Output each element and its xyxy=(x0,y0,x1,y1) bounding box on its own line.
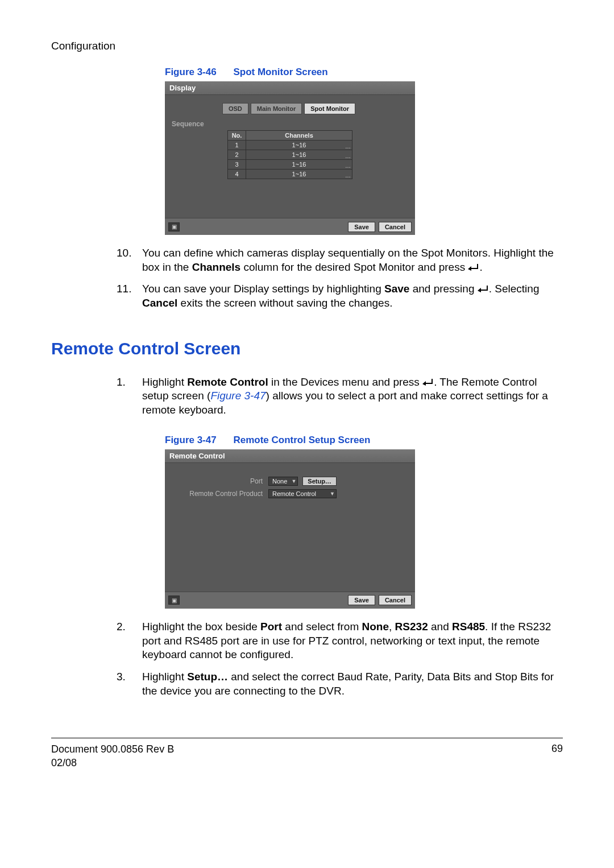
page-header: Configuration xyxy=(51,40,563,52)
page-number: 69 xyxy=(551,743,563,770)
screenshot-body: Port None ▼ Setup… Remote Control Produc… xyxy=(165,463,415,504)
bold-text: Remote Control xyxy=(187,376,268,388)
sequence-table: No. Channels 1 1~16… 2 1~16… 3 1~16… 4 1… xyxy=(227,130,352,179)
tab-main-monitor[interactable]: Main Monitor xyxy=(251,103,302,114)
text-run: Highlight xyxy=(142,671,187,683)
page-footer: Document 900.0856 Rev B 02/08 69 xyxy=(51,743,563,770)
table-head-no: No. xyxy=(228,131,246,140)
step-text: You can define which cameras display seq… xyxy=(142,246,563,274)
bold-text: Channels xyxy=(192,261,241,273)
setup-button[interactable]: Setup… xyxy=(302,477,337,486)
text-run: column for the desired Spot Monitor and … xyxy=(240,261,468,273)
tab-spot-monitor[interactable]: Spot Monitor xyxy=(304,103,355,114)
cell-channels[interactable]: 1~16… xyxy=(246,170,352,179)
chevron-down-icon: ▼ xyxy=(291,478,296,484)
more-icon[interactable]: … xyxy=(345,163,351,169)
figure-caption-46: Figure 3-46 Spot Monitor Screen xyxy=(165,67,563,78)
cancel-button[interactable]: Cancel xyxy=(379,595,412,605)
bold-text: Save xyxy=(384,283,409,295)
table-row: 1 1~16… xyxy=(228,140,352,150)
figure-label: Figure 3-46 xyxy=(165,67,217,77)
list-item: 3. Highlight Setup… and select the corre… xyxy=(51,670,563,698)
step-number: 10. xyxy=(51,246,142,274)
screenshot-footer: ▣ Save Cancel xyxy=(165,218,415,235)
cell-channels[interactable]: 1~16… xyxy=(246,140,352,150)
step-text: Highlight Remote Control in the Devices … xyxy=(142,375,563,418)
enter-icon xyxy=(478,283,489,295)
step-text: Highlight Setup… and select the correct … xyxy=(142,670,563,698)
remote-control-screenshot: Remote Control Port None ▼ Setup… Remote… xyxy=(165,449,415,609)
text-run: and xyxy=(428,621,452,633)
step-number: 2. xyxy=(51,620,142,662)
document-date: 02/08 xyxy=(51,757,174,770)
list-item: 1. Highlight Remote Control in the Devic… xyxy=(51,375,563,418)
cell-channels[interactable]: 1~16… xyxy=(246,160,352,170)
figure-caption-47: Figure 3-47 Remote Control Setup Screen xyxy=(165,435,563,446)
save-button[interactable]: Save xyxy=(348,222,375,232)
display-tabs: OSD Main Monitor Spot Monitor xyxy=(172,103,408,114)
cancel-button[interactable]: Cancel xyxy=(379,222,412,232)
text-run: Highlight the box beside xyxy=(142,621,260,633)
port-row: Port None ▼ Setup… xyxy=(172,477,408,486)
port-select[interactable]: None ▼ xyxy=(268,477,298,486)
bold-text: None xyxy=(362,621,389,633)
context-menu-icon[interactable]: ▣ xyxy=(168,222,180,232)
figure-label: Figure 3-47 xyxy=(165,435,217,445)
more-icon[interactable]: … xyxy=(345,153,351,159)
enter-icon xyxy=(468,261,479,273)
step-number: 1. xyxy=(51,375,142,418)
document-id: Document 900.0856 Rev B xyxy=(51,743,174,756)
figure-title: Spot Monitor Screen xyxy=(233,67,327,77)
table-row: 3 1~16… xyxy=(228,160,352,170)
product-select[interactable]: Remote Control ▼ xyxy=(268,489,337,498)
table-row: 4 1~16… xyxy=(228,170,352,179)
cell-no: 4 xyxy=(228,170,246,179)
list-item: 11. You can save your Display settings b… xyxy=(51,282,563,310)
channels-value: 1~16 xyxy=(292,142,306,148)
port-label: Port xyxy=(172,477,268,485)
product-label: Remote Control Product xyxy=(172,490,268,498)
footer-left: Document 900.0856 Rev B 02/08 xyxy=(51,743,174,770)
list-item: 2. Highlight the box beside Port and sel… xyxy=(51,620,563,662)
product-value: Remote Control xyxy=(272,490,316,497)
text-run: Highlight xyxy=(142,376,187,388)
spot-monitor-screenshot: Display OSD Main Monitor Spot Monitor Se… xyxy=(165,81,415,235)
screenshot-titlebar: Display xyxy=(165,81,415,95)
sequence-label: Sequence xyxy=(172,120,408,128)
text-run: and select from xyxy=(282,621,362,633)
step-number: 3. xyxy=(51,670,142,698)
step-text: You can save your Display settings by hi… xyxy=(142,282,563,310)
cell-channels[interactable]: 1~16… xyxy=(246,150,352,160)
text-run: in the Devices menu and press xyxy=(268,376,422,388)
channels-value: 1~16 xyxy=(292,161,306,168)
text-run: . xyxy=(479,261,482,273)
save-button[interactable]: Save xyxy=(348,595,375,605)
product-row: Remote Control Product Remote Control ▼ xyxy=(172,489,408,498)
figure-title: Remote Control Setup Screen xyxy=(233,435,370,445)
more-icon[interactable]: … xyxy=(345,172,351,179)
port-value: None xyxy=(272,478,287,485)
more-icon[interactable]: … xyxy=(345,143,351,150)
text-run: You can save your Display settings by hi… xyxy=(142,283,384,295)
step-text: Highlight the box beside Port and select… xyxy=(142,620,563,662)
context-menu-icon[interactable]: ▣ xyxy=(168,596,180,605)
screenshot-titlebar: Remote Control xyxy=(165,449,415,463)
channels-value: 1~16 xyxy=(292,151,306,158)
cell-no: 3 xyxy=(228,160,246,170)
bold-text: Port xyxy=(260,621,282,633)
figure-reference: Figure 3-47 xyxy=(210,390,265,402)
chevron-down-icon: ▼ xyxy=(330,491,335,497)
table-head-channels: Channels xyxy=(246,131,352,140)
text-run: . Selecting xyxy=(489,283,540,295)
tab-osd[interactable]: OSD xyxy=(222,103,248,114)
section-heading: Remote Control Screen xyxy=(51,339,563,358)
table-row: 2 1~16… xyxy=(228,150,352,160)
screenshot-body: OSD Main Monitor Spot Monitor Sequence N… xyxy=(165,95,415,181)
bold-text: RS485 xyxy=(452,621,485,633)
footer-divider xyxy=(51,738,563,738)
enter-icon xyxy=(422,376,434,388)
text-run: , xyxy=(389,621,395,633)
cell-no: 2 xyxy=(228,150,246,160)
text-run: and pressing xyxy=(409,283,477,295)
bold-text: RS232 xyxy=(395,621,428,633)
